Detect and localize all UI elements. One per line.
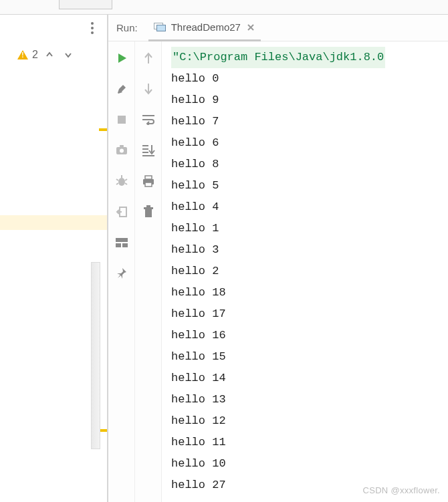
svg-line-15 bbox=[125, 183, 127, 184]
next-highlight-button[interactable] bbox=[61, 47, 76, 62]
svg-rect-30 bbox=[145, 182, 152, 186]
run-tab-label: ThreadDemo27 bbox=[171, 21, 241, 33]
run-header: Run: ThreadDemo27 bbox=[108, 15, 448, 41]
soft-wrap-button[interactable] bbox=[140, 111, 157, 128]
prev-highlight-button[interactable] bbox=[42, 47, 57, 62]
scroll-to-end-button[interactable] bbox=[140, 142, 157, 159]
svg-line-12 bbox=[116, 179, 118, 180]
exit-button[interactable] bbox=[113, 203, 130, 221]
svg-rect-32 bbox=[144, 207, 153, 209]
run-toolbar-primary bbox=[108, 41, 135, 502]
svg-point-2 bbox=[91, 31, 94, 34]
pin-tab-button[interactable] bbox=[113, 265, 130, 282]
top-toolbar-strip bbox=[0, 0, 448, 15]
editor-scrollbar[interactable] bbox=[91, 262, 100, 449]
dump-threads-button[interactable] bbox=[113, 142, 130, 159]
svg-rect-19 bbox=[122, 243, 128, 247]
svg-rect-33 bbox=[146, 205, 150, 207]
toolbar-control-fragment bbox=[59, 0, 112, 9]
run-tool-window: Run: ThreadDemo27 bbox=[107, 15, 448, 502]
editor-gutter-area bbox=[0, 68, 107, 502]
svg-line-13 bbox=[125, 179, 127, 180]
svg-rect-9 bbox=[120, 145, 124, 147]
editor-highlight-line bbox=[0, 215, 107, 230]
svg-point-8 bbox=[120, 149, 124, 153]
application-icon bbox=[154, 23, 166, 32]
run-toolbar-secondary bbox=[135, 41, 162, 502]
gutter-warning-mark[interactable] bbox=[99, 128, 107, 131]
svg-point-1 bbox=[91, 27, 94, 29]
layout-button[interactable] bbox=[113, 234, 130, 251]
run-title: Run: bbox=[116, 22, 138, 33]
debug-button[interactable] bbox=[113, 172, 130, 190]
scroll-down-button[interactable] bbox=[140, 80, 157, 98]
warning-count: 2 bbox=[32, 49, 38, 61]
inspections-status: ! 2 bbox=[0, 41, 107, 68]
svg-marker-5 bbox=[118, 53, 126, 63]
svg-point-0 bbox=[91, 22, 94, 25]
print-button[interactable] bbox=[140, 172, 157, 190]
run-tab-active[interactable]: ThreadDemo27 bbox=[148, 15, 261, 41]
svg-rect-18 bbox=[116, 243, 121, 247]
left-panel: ! 2 bbox=[0, 15, 107, 502]
edit-config-button[interactable] bbox=[113, 80, 130, 98]
close-tab-button[interactable] bbox=[246, 23, 255, 32]
rerun-button[interactable] bbox=[113, 49, 130, 67]
stop-button[interactable] bbox=[113, 111, 130, 128]
svg-rect-6 bbox=[118, 116, 126, 124]
more-options-button[interactable] bbox=[84, 20, 100, 36]
svg-point-10 bbox=[118, 178, 125, 186]
svg-rect-31 bbox=[145, 209, 152, 217]
console-output[interactable]: "C:\Program Files\Java\jdk1.8.0 hello 0 … bbox=[162, 41, 448, 502]
console-command-line: "C:\Program Files\Java\jdk1.8.0 bbox=[171, 47, 385, 68]
svg-rect-29 bbox=[145, 176, 152, 179]
warning-icon: ! bbox=[17, 50, 28, 59]
svg-rect-17 bbox=[116, 238, 128, 242]
clear-all-button[interactable] bbox=[140, 203, 157, 221]
scroll-up-button[interactable] bbox=[140, 49, 157, 67]
svg-line-14 bbox=[116, 183, 118, 184]
